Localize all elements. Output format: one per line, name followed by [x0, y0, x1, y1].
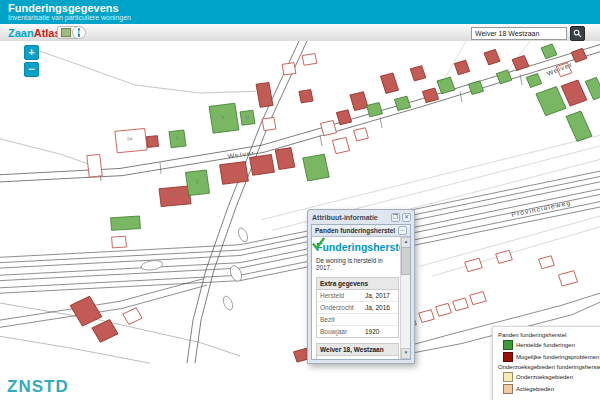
- map-building[interactable]: [484, 49, 500, 64]
- map-building[interactable]: [111, 216, 141, 230]
- map-traffic-island: [237, 227, 250, 243]
- popup-close-button[interactable]: ✕: [402, 213, 411, 222]
- zoom-out-button[interactable]: −: [24, 62, 39, 77]
- map-building[interactable]: [282, 63, 296, 75]
- popup-panel: Panden funderingsherstel − Funderingsher…: [311, 224, 411, 360]
- map-building[interactable]: [250, 154, 275, 175]
- popup-panel-title: Panden funderingsherstel: [315, 227, 395, 234]
- map-building[interactable]: [470, 292, 487, 305]
- map-building[interactable]: [303, 154, 330, 181]
- map-building[interactable]: [536, 87, 566, 116]
- map-building[interactable]: [92, 320, 118, 343]
- map-building[interactable]: [320, 121, 336, 136]
- map-road: [34, 49, 256, 93]
- map-building[interactable]: [468, 81, 483, 95]
- map-road: [0, 171, 600, 257]
- legend-item: Mogelijke funderingsproblemen: [503, 352, 600, 362]
- map-building[interactable]: [541, 44, 557, 59]
- info-button[interactable]: i: [72, 26, 86, 39]
- search-icon: [573, 29, 582, 38]
- map-building[interactable]: [299, 90, 313, 103]
- address-section: Weiver 18, Westzaan Postcode1551 SJ: [316, 343, 399, 359]
- scrollbar-thumb[interactable]: [401, 247, 410, 275]
- map-building[interactable]: [123, 308, 142, 325]
- check-icon: [312, 237, 325, 250]
- map-building[interactable]: [354, 128, 369, 141]
- map-building[interactable]: [70, 296, 102, 326]
- map-road: [432, 227, 600, 276]
- logo-zaan: Zaan: [8, 27, 34, 39]
- map-building[interactable]: [496, 250, 513, 263]
- collapse-icon: −: [401, 227, 405, 233]
- popup-expand-button[interactable]: ❐: [391, 213, 400, 222]
- popup-tools: ❐ ✕: [391, 213, 411, 222]
- map-building[interactable]: [539, 256, 555, 269]
- map-building[interactable]: [350, 92, 368, 111]
- table-row: Bouwjaar1920: [317, 326, 398, 337]
- map-building[interactable]: [437, 77, 455, 94]
- map-building[interactable]: [512, 55, 529, 70]
- map-building[interactable]: [561, 80, 587, 106]
- map-road: [460, 91, 462, 102]
- map-road: [0, 336, 150, 363]
- table-row: Bezit: [317, 314, 398, 326]
- map-building[interactable]: [566, 111, 592, 141]
- map-building[interactable]: [220, 162, 249, 185]
- map-building[interactable]: [422, 88, 438, 103]
- map-traffic-island: [228, 264, 244, 282]
- search-input[interactable]: [471, 27, 567, 40]
- map-building[interactable]: [256, 82, 273, 107]
- popup-body: Funderingsherstel De woning is hersteld …: [312, 237, 410, 359]
- map-building[interactable]: [419, 310, 435, 323]
- map-building[interactable]: [336, 110, 351, 125]
- panel-collapse-button[interactable]: −: [398, 226, 407, 235]
- section-title: Weiver 18, Westzaan: [317, 344, 398, 356]
- map-building[interactable]: [159, 186, 191, 207]
- map-canvas[interactable]: 3a52361122343638WeiverWeiverProvincialew…: [0, 41, 600, 400]
- map-building[interactable]: [454, 60, 469, 74]
- map-building[interactable]: [453, 298, 469, 311]
- legend-panel: Panden funderingsherstel Herstelde funde…: [492, 326, 600, 400]
- search-button[interactable]: [570, 26, 585, 41]
- zoom-in-button[interactable]: +: [24, 45, 39, 60]
- page-title: Funderingsgegevens: [8, 2, 119, 14]
- map-building[interactable]: [302, 54, 317, 66]
- map-road: [0, 202, 600, 288]
- close-icon: ✕: [404, 214, 409, 220]
- map-building[interactable]: [558, 271, 577, 286]
- map-building[interactable]: [410, 66, 426, 81]
- map-road: [0, 279, 203, 320]
- map-building[interactable]: [436, 303, 452, 316]
- map-house-number: 3a: [127, 136, 133, 141]
- map-road: [380, 117, 382, 128]
- popup-titlebar[interactable]: Attribuut-informatie ❐ ✕: [308, 210, 414, 223]
- extra-data-section: Extra gegevens HersteldJa, 2017 Onderzoc…: [316, 277, 399, 338]
- map-building[interactable]: [465, 258, 483, 271]
- zaanatlas-logo: ZaanAtlas: [8, 27, 61, 39]
- map-building[interactable]: [146, 136, 158, 148]
- map-road: [0, 303, 240, 356]
- map-building[interactable]: [332, 138, 349, 154]
- map-building[interactable]: [367, 103, 383, 117]
- status-text: De woning is hersteld in 2017.: [316, 257, 399, 271]
- map-building[interactable]: [394, 96, 410, 110]
- table-row: Postcode1551 SJ: [317, 356, 398, 359]
- toolbar: ZaanAtlas ▾ i: [0, 24, 600, 42]
- search-area: [471, 26, 585, 41]
- map-building[interactable]: [585, 77, 600, 99]
- popup-panel-header: Panden funderingsherstel −: [312, 225, 410, 237]
- map-building[interactable]: [262, 117, 276, 130]
- app-header: Funderingsgegevens Inventarisatie van pa…: [0, 0, 600, 24]
- map-building[interactable]: [526, 74, 542, 88]
- map-street-label: Provincialeweg: [511, 199, 572, 219]
- scroll-down-icon[interactable]: ▼: [401, 348, 410, 359]
- map-building[interactable]: [380, 73, 398, 93]
- popup-content: Funderingsherstel De woning is hersteld …: [312, 237, 401, 359]
- map-building[interactable]: [112, 236, 127, 248]
- map-building[interactable]: [275, 148, 295, 170]
- map-building[interactable]: [87, 154, 102, 177]
- info-icon: i: [78, 28, 80, 37]
- map-road: [320, 135, 322, 146]
- popup-scrollbar[interactable]: ▲ ▼: [400, 237, 410, 359]
- zaanatlas-app: Funderingsgegevens Inventarisatie van pa…: [0, 0, 600, 400]
